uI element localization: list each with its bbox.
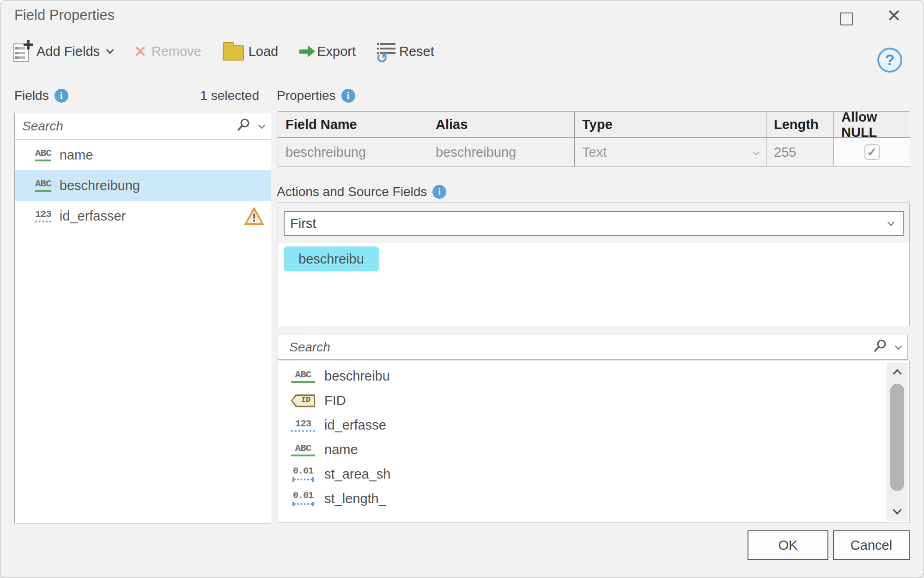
double-field-icon: 0.01 [291, 467, 315, 482]
type-select[interactable]: Text [575, 138, 766, 166]
warning-icon[interactable]: ! [244, 207, 264, 225]
text-field-icon: ABC [35, 179, 51, 192]
source-field-item[interactable]: 0.01 st_area_sh [278, 462, 909, 486]
chevron-down-icon [753, 149, 760, 155]
column-header-type: Type [575, 112, 766, 138]
text-field-icon: ABC [291, 443, 315, 456]
fields-header: Fields i 1 selected [14, 88, 271, 103]
source-search-box [278, 335, 908, 360]
field-name: beschreibu [324, 369, 390, 384]
fields-search-input[interactable] [22, 119, 232, 134]
scroll-down-button[interactable] [887, 504, 908, 520]
objectid-field-icon: ID [291, 394, 315, 407]
actions-panel: First beschreibu [278, 203, 910, 326]
double-field-icon: 0.01 [291, 491, 315, 506]
remove-button: ✕ Remove [134, 44, 201, 59]
source-field-item[interactable]: ID FID [278, 388, 909, 413]
column-header-allow-null: Allow NULL [834, 112, 910, 138]
search-icon [236, 118, 251, 135]
column-header-field-name: Field Name [278, 112, 428, 138]
maximize-button[interactable] [840, 12, 853, 25]
toolbar: Add Fields ✕ Remove Load Export ↺ Reset [13, 37, 434, 65]
type-value: Text [582, 145, 607, 160]
source-field-item[interactable]: ABC beschreibu [278, 364, 909, 388]
add-fields-button[interactable]: Add Fields [13, 40, 113, 62]
remove-x-icon: ✕ [134, 44, 147, 59]
info-icon[interactable]: i [432, 185, 446, 199]
allow-null-checkbox[interactable]: ✓ [864, 144, 880, 160]
folder-icon [223, 45, 244, 61]
field-properties-dialog: Field Properties ✕ Add Fields ✕ Remove L… [0, 0, 924, 578]
action-select-strip: First [278, 203, 909, 243]
reset-button[interactable]: ↺ Reset [377, 40, 434, 62]
properties-title: Properties [277, 88, 336, 103]
text-field-icon: ABC [35, 148, 51, 161]
chevron-down-icon[interactable] [258, 121, 266, 129]
fields-title: Fields [14, 88, 49, 103]
add-fields-icon [13, 40, 32, 62]
actions-header: Actions and Source Fields i [277, 184, 446, 199]
source-field-item[interactable]: 123 id_erfasse [278, 413, 909, 437]
field-list-item-selected[interactable]: ABC beschreibung [15, 170, 271, 201]
info-icon[interactable]: i [55, 89, 68, 103]
action-value: First [290, 216, 316, 231]
field-name-cell[interactable]: beschreibung [278, 138, 428, 166]
add-fields-label: Add Fields [36, 44, 100, 59]
number-field-icon: 123 [35, 209, 51, 222]
length-cell[interactable]: 255 [766, 138, 833, 166]
ok-button[interactable]: OK [748, 530, 828, 560]
source-search-input[interactable] [289, 340, 869, 355]
selected-count: 1 selected [200, 88, 259, 103]
export-button[interactable]: Export [299, 44, 356, 59]
reset-label: Reset [399, 44, 434, 59]
field-name: st_area_sh [324, 467, 391, 482]
field-name: FID [324, 393, 346, 408]
info-icon[interactable]: i [341, 89, 355, 103]
text-field-icon: ABC [291, 370, 315, 383]
load-button[interactable]: Load [223, 42, 279, 61]
properties-table: Field Name Alias Type Length Allow NULL … [278, 111, 910, 166]
field-name: id_erfasse [324, 418, 386, 433]
field-name: name [324, 442, 358, 457]
source-chip-area: beschreibu [278, 243, 909, 326]
actions-title: Actions and Source Fields [277, 184, 427, 199]
chevron-down-icon [888, 218, 895, 226]
search-icon [873, 339, 888, 356]
allow-null-cell: ✓ [834, 138, 910, 166]
scrollbar-thumb[interactable] [890, 384, 904, 491]
export-arrow-icon [299, 45, 315, 57]
field-list-item[interactable]: 123 id_erfasser ! [15, 201, 271, 231]
chevron-down-icon[interactable] [106, 46, 114, 54]
source-fields-list: ABC beschreibu ID FID 123 id_erfasse ABC… [278, 361, 910, 523]
column-header-length: Length [766, 112, 833, 138]
reset-icon: ↺ [377, 40, 397, 62]
fields-list-panel: ABC name ABC beschreibung 123 id_erfasse… [14, 113, 271, 523]
close-button[interactable]: ✕ [887, 7, 901, 25]
scroll-up-button[interactable] [887, 363, 908, 380]
field-list-item[interactable]: ABC name [15, 140, 271, 170]
action-select[interactable]: First [284, 211, 904, 236]
cancel-button[interactable]: Cancel [833, 530, 910, 560]
field-name: name [60, 148, 93, 163]
field-name: id_erfasser [60, 209, 126, 224]
source-field-chip[interactable]: beschreibu [284, 246, 379, 271]
properties-header: Properties i [277, 88, 355, 103]
number-field-icon: 123 [291, 419, 315, 432]
alias-cell[interactable]: beschreibung [428, 138, 574, 166]
source-field-item[interactable]: 0.01 st_length_ [278, 486, 909, 511]
dialog-title: Field Properties [14, 7, 115, 24]
vertical-scrollbar[interactable] [887, 363, 908, 521]
field-name: st_length_ [324, 491, 386, 506]
fields-search-row [15, 113, 271, 140]
help-icon[interactable]: ? [877, 48, 902, 73]
export-label: Export [317, 44, 356, 59]
remove-label: Remove [152, 44, 201, 59]
field-name: beschreibung [60, 178, 140, 193]
column-header-alias: Alias [428, 112, 574, 138]
load-label: Load [249, 44, 279, 59]
source-field-item[interactable]: ABC name [278, 437, 909, 462]
chevron-down-icon[interactable] [895, 342, 902, 350]
